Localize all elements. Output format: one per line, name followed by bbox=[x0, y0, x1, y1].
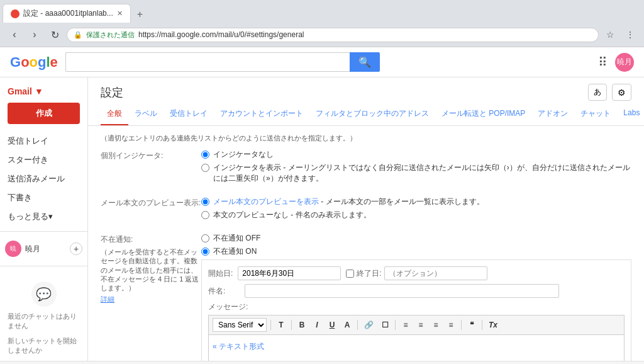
preview-off-label[interactable]: 本文のプレビューなし - 件名のみ表示します。 bbox=[213, 210, 371, 220]
vacation-description: （メールを受信すると不在メッセージを自動送信します。複数のメールを送信した相手に… bbox=[101, 247, 201, 292]
sidebar-item-sent-label: 送信済みメール bbox=[8, 173, 65, 185]
settings-content: （適切なエントリのある連絡先リストからどのように送信されかを指定します。） 個別… bbox=[88, 126, 644, 361]
user-avatar[interactable]: 暁月 bbox=[615, 53, 634, 72]
search-input[interactable] bbox=[65, 52, 350, 72]
new-tab-btn[interactable]: + bbox=[131, 6, 149, 23]
vacation-value: 不在通知 OFF 不在通知 ON 開始日: bbox=[201, 233, 631, 361]
indicator-none-radio[interactable] bbox=[201, 151, 209, 159]
reload-btn[interactable]: ↻ bbox=[47, 26, 63, 43]
quote-btn[interactable]: ❝ bbox=[465, 319, 478, 331]
header-right: ⠿ 暁月 bbox=[598, 53, 634, 72]
font-color-btn[interactable]: A bbox=[341, 319, 353, 331]
tab-addons[interactable]: アドオン bbox=[531, 103, 574, 125]
bold-btn[interactable]: B bbox=[296, 319, 308, 331]
numbered-list-btn[interactable]: ≡ bbox=[414, 319, 427, 331]
italic-btn[interactable]: I bbox=[311, 319, 323, 331]
settings-title: 設定 bbox=[101, 85, 123, 100]
editor-area[interactable]: « テキスト形式 bbox=[208, 334, 625, 361]
sidebar-item-starred-label: スター付き bbox=[8, 154, 48, 166]
sidebar-username: 暁月 bbox=[25, 244, 40, 254]
toolbar-sep-2 bbox=[291, 320, 292, 330]
preview-on-label: メール本文のプレビューを表示 - メール本文の一部をメール一覧に表示します。 bbox=[213, 196, 484, 207]
settings-header: 設定 あ ⚙ bbox=[88, 77, 644, 101]
indicator-label: 個別インジケータ: bbox=[101, 149, 201, 161]
indicator-show-label[interactable]: インジケータを表示 - メーリングリストではなく自分宛に送信されたメールには矢印… bbox=[213, 162, 631, 184]
end-date-check: 終了日: bbox=[346, 266, 487, 280]
add-account-btn[interactable]: + bbox=[70, 242, 82, 255]
bullet-list-btn[interactable]: ≡ bbox=[430, 319, 442, 331]
forward-btn[interactable]: › bbox=[26, 26, 43, 43]
browser-tab[interactable]: 設定 - aaaa0001itplanlab... ✕ bbox=[3, 4, 131, 23]
vacation-label: 不在通知: （メールを受信すると不在メッセージを自動送信します。複数のメールを送… bbox=[101, 233, 201, 304]
tab-labs[interactable]: Labs bbox=[617, 103, 644, 125]
font-selector[interactable]: Sans Serif bbox=[213, 318, 267, 332]
vacation-off-option: 不在通知 OFF bbox=[201, 233, 631, 244]
tab-close-btn[interactable]: ✕ bbox=[117, 9, 123, 18]
format-btn[interactable]: Tx bbox=[486, 319, 500, 331]
back-btn[interactable]: ‹ bbox=[6, 26, 23, 43]
tab-filters[interactable]: フィルタとブロック中のアドレス bbox=[309, 103, 435, 125]
image-btn[interactable]: ☐ bbox=[379, 319, 391, 331]
vacation-dates-row: 開始日: 終了日: bbox=[208, 266, 625, 280]
gmail-text: Gmail bbox=[8, 86, 32, 96]
gmail-label[interactable]: Gmail ▼ bbox=[0, 82, 87, 100]
preview-on-radio[interactable] bbox=[201, 198, 209, 206]
vacation-off-label[interactable]: 不在通知 OFF bbox=[213, 233, 260, 244]
sidebar-user[interactable]: 暁 暁月 + bbox=[0, 237, 87, 261]
link-btn[interactable]: 🔗 bbox=[362, 319, 376, 331]
align-left-btn[interactable]: ≡ bbox=[399, 319, 412, 331]
vacation-details: 開始日: 終了日: 件名: bbox=[201, 259, 631, 361]
start-date-label: 開始日: bbox=[208, 268, 233, 279]
font-size-btn[interactable]: T bbox=[275, 319, 287, 331]
start-date-input[interactable] bbox=[238, 266, 341, 280]
extensions-btn[interactable]: ⋮ bbox=[623, 27, 638, 42]
sidebar: Gmail ▼ 作成 受信トレイ スター付き 送信済みメール 下書き もっと見る… bbox=[0, 77, 88, 361]
tab-inbox[interactable]: 受信トレイ bbox=[164, 103, 214, 125]
subject-label: 件名: bbox=[208, 286, 240, 297]
indicator-none-label[interactable]: インジケータなし bbox=[213, 149, 274, 160]
app-header: Google 🔍 ⠿ 暁月 bbox=[0, 47, 644, 77]
sidebar-item-inbox[interactable]: 受信トレイ bbox=[0, 132, 82, 151]
preview-off-radio[interactable] bbox=[201, 211, 209, 219]
lang-btn[interactable]: あ bbox=[588, 84, 607, 101]
end-date-input[interactable] bbox=[384, 266, 487, 280]
sidebar-item-drafts-label: 下書き bbox=[8, 192, 32, 203]
settings-gear-btn[interactable]: ⚙ bbox=[612, 84, 631, 101]
chat-new-link[interactable]: 新しいチャットを開始しませんか bbox=[8, 336, 80, 356]
tab-labels[interactable]: ラベル bbox=[128, 103, 164, 125]
vacation-on-radio[interactable] bbox=[201, 247, 209, 256]
apps-icon[interactable]: ⠿ bbox=[598, 55, 608, 70]
underline-btn[interactable]: U bbox=[326, 319, 338, 331]
status-bar: 0 GB (0%) / 15 GB を使用中 利用規約 プライバシー プログラム… bbox=[0, 361, 644, 364]
sidebar-item-sent[interactable]: 送信済みメール bbox=[0, 169, 82, 188]
indicator-show-radio[interactable] bbox=[201, 164, 209, 172]
sidebar-item-more[interactable]: もっと見る▾ bbox=[0, 207, 82, 226]
sidebar-item-more-label: もっと見る▾ bbox=[8, 211, 53, 222]
content-area: 設定 あ ⚙ 全般 ラベル 受信トレイ アカウントとインポート フィルタとブロッ… bbox=[88, 77, 644, 361]
vacation-row: 不在通知: （メールを受信すると不在メッセージを自動送信します。複数のメールを送… bbox=[101, 233, 631, 361]
toolbar-sep-5 bbox=[461, 320, 462, 330]
vacation-on-label[interactable]: 不在通知 ON bbox=[213, 246, 257, 257]
subject-input[interactable] bbox=[245, 284, 559, 298]
sidebar-item-drafts[interactable]: 下書き bbox=[0, 188, 82, 207]
text-format-link[interactable]: « テキスト形式 bbox=[213, 341, 620, 352]
search-btn[interactable]: 🔍 bbox=[350, 52, 380, 72]
indent-btn[interactable]: ≡ bbox=[445, 319, 457, 331]
google-logo: Google bbox=[10, 54, 58, 71]
tab-forwarding[interactable]: メール転送と POP/IMAP bbox=[435, 103, 531, 125]
tab-chat[interactable]: チャット bbox=[574, 103, 617, 125]
protocol-text: 保護された通信 bbox=[86, 30, 135, 40]
settings-actions: あ ⚙ bbox=[588, 84, 631, 101]
sidebar-item-inbox-label: 受信トレイ bbox=[8, 135, 48, 147]
sidebar-item-starred[interactable]: スター付き bbox=[0, 151, 82, 169]
end-date-checkbox[interactable] bbox=[346, 270, 354, 278]
compose-btn[interactable]: 作成 bbox=[8, 103, 80, 124]
vacation-off-radio[interactable] bbox=[201, 234, 209, 242]
tab-general[interactable]: 全般 bbox=[101, 103, 128, 125]
tab-accounts[interactable]: アカウントとインポート bbox=[214, 103, 309, 125]
bookmark-btn[interactable]: ☆ bbox=[602, 27, 618, 42]
vacation-detail-link[interactable]: 詳細 bbox=[101, 295, 201, 304]
chat-section: 💬 最近のチャットはありません 新しいチャットを開始しませんか bbox=[0, 271, 87, 361]
sidebar-divider-2 bbox=[0, 266, 87, 266]
address-bar[interactable]: 🔒 保護された通信 https://mail.google.com/mail/u… bbox=[67, 28, 599, 42]
